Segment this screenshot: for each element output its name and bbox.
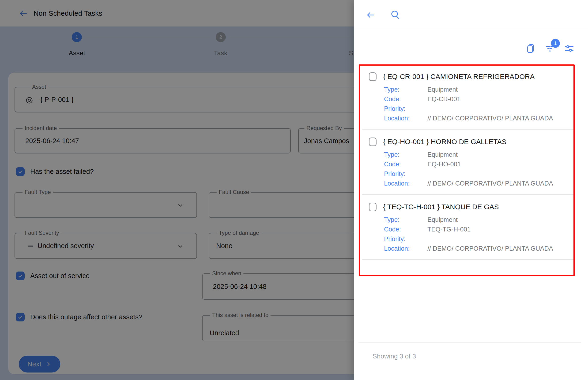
incident-date-value: 2025-06-24 10:47 bbox=[25, 137, 79, 145]
app-header: Non Scheduled Tasks bbox=[0, 0, 354, 26]
fault-type-select[interactable]: Fault Type bbox=[15, 192, 197, 218]
step-connector bbox=[229, 37, 356, 37]
item-code-label: Code: bbox=[384, 161, 427, 168]
incident-date-label: Incident date bbox=[22, 125, 59, 132]
asset-picker-panel: 1 { EQ-CR-001 } CAMIONETA REFRIGERADORA … bbox=[354, 0, 588, 380]
has-failed-checkbox[interactable] bbox=[16, 167, 25, 176]
type-of-damage-field[interactable]: Type of damage None bbox=[209, 233, 364, 259]
chevron-down-icon bbox=[176, 202, 184, 209]
multi-select-icon[interactable] bbox=[526, 43, 536, 54]
fault-severity-label: Fault Severity bbox=[22, 229, 61, 236]
has-failed-label: Has the asset failed? bbox=[30, 168, 94, 175]
requested-by-value: Jonas Campos bbox=[304, 137, 349, 145]
item-title: { TEQ-TG-H-001 } TANQUE DE GAS bbox=[383, 202, 499, 212]
step-1-circle[interactable]: 1 bbox=[72, 32, 82, 42]
item-details: Type:Equipment Code:EQ-CR-001 Priority: … bbox=[384, 85, 574, 123]
fault-severity-select[interactable]: Fault Severity Undefined severity bbox=[15, 233, 197, 259]
asset-field-label: Asset bbox=[30, 84, 48, 90]
item-type-value: Equipment bbox=[427, 216, 458, 224]
out-of-service-checkbox[interactable] bbox=[16, 271, 25, 280]
asset-field[interactable]: Asset { P-P-001 } bbox=[15, 87, 358, 113]
chevron-right-icon bbox=[45, 361, 52, 367]
item-title: { EQ-CR-001 } CAMIONETA REFRIGERADORA bbox=[383, 72, 535, 81]
item-checkbox[interactable] bbox=[369, 137, 377, 146]
search-icon[interactable] bbox=[390, 9, 401, 20]
item-location-label: Location: bbox=[384, 180, 427, 187]
item-priority-label: Priority: bbox=[384, 105, 427, 113]
item-checkbox[interactable] bbox=[369, 203, 377, 211]
item-code-value: TEQ-TG-H-001 bbox=[427, 226, 471, 233]
item-code-value: EQ-CR-001 bbox=[427, 95, 461, 103]
item-details: Type:Equipment Code:TEQ-TG-H-001 Priorit… bbox=[384, 215, 574, 253]
footer-divider bbox=[359, 342, 581, 342]
sliders-icon[interactable] bbox=[564, 43, 575, 54]
asset-list: { EQ-CR-001 } CAMIONETA REFRIGERADORA Ty… bbox=[362, 68, 574, 263]
out-of-service-row: Asset out of service bbox=[16, 271, 90, 280]
requested-by-label: Requested By bbox=[304, 125, 344, 132]
stepper: 1 2 Asset Task S bbox=[0, 26, 354, 73]
item-type-label: Type: bbox=[384, 216, 427, 224]
asset-field-value: { P-P-001 } bbox=[40, 96, 74, 104]
item-type-value: Equipment bbox=[427, 151, 458, 158]
panel-back-icon[interactable] bbox=[365, 10, 375, 20]
step-1-label: Asset bbox=[53, 49, 100, 57]
item-type-label: Type: bbox=[384, 86, 427, 93]
fault-cause-field[interactable]: Fault Cause bbox=[209, 192, 364, 218]
has-failed-row: Has the asset failed? bbox=[16, 167, 94, 176]
step-2-label: Task bbox=[197, 49, 244, 57]
outage-other-checkbox[interactable] bbox=[16, 313, 25, 322]
page-title: Non Scheduled Tasks bbox=[34, 0, 102, 26]
item-title: { EQ-HO-001 } HORNO DE GALLETAS bbox=[383, 137, 507, 147]
fault-severity-value: Undefined severity bbox=[38, 242, 94, 250]
panel-topbar bbox=[354, 0, 588, 29]
outage-other-label: Does this outage affect other assets? bbox=[30, 313, 142, 321]
asset-list-item[interactable]: { TEQ-TG-H-001 } TANQUE DE GAS Type:Equi… bbox=[362, 198, 574, 260]
fault-cause-label: Fault Cause bbox=[217, 189, 251, 195]
item-location-label: Location: bbox=[384, 245, 427, 252]
type-of-damage-label: Type of damage bbox=[217, 229, 261, 236]
main-content: Non Scheduled Tasks 1 2 Asset Task S Ass… bbox=[0, 0, 354, 380]
step-connector bbox=[86, 37, 212, 37]
since-when-field[interactable]: Since when 2025-06-24 10:48 bbox=[202, 273, 364, 300]
related-to-value: Unrelated bbox=[210, 329, 239, 337]
target-icon bbox=[25, 96, 33, 104]
related-to-field[interactable]: This asset is related to Unrelated bbox=[202, 315, 364, 341]
asset-list-item[interactable]: { EQ-CR-001 } CAMIONETA REFRIGERADORA Ty… bbox=[362, 68, 574, 130]
step-2-circle[interactable]: 2 bbox=[216, 32, 226, 42]
item-location-value: // DEMO/ CORPORATIVO/ PLANTA GUADA bbox=[427, 245, 553, 252]
chevron-down-icon bbox=[176, 243, 184, 250]
item-priority-label: Priority: bbox=[384, 170, 427, 178]
screen: Non Scheduled Tasks 1 2 Asset Task S Ass… bbox=[0, 0, 588, 380]
incident-date-field[interactable]: Incident date 2025-06-24 10:47 bbox=[15, 128, 291, 153]
item-code-value: EQ-HO-001 bbox=[427, 161, 461, 168]
next-button[interactable]: Next bbox=[19, 356, 60, 373]
severity-dash-icon bbox=[28, 246, 33, 247]
item-type-label: Type: bbox=[384, 151, 427, 158]
item-priority-label: Priority: bbox=[384, 235, 427, 243]
item-type-value: Equipment bbox=[427, 86, 458, 93]
related-to-label: This asset is related to bbox=[210, 312, 271, 318]
item-location-value: // DEMO/ CORPORATIVO/ PLANTA GUADA bbox=[427, 115, 553, 122]
item-code-label: Code: bbox=[384, 226, 427, 233]
item-location-value: // DEMO/ CORPORATIVO/ PLANTA GUADA bbox=[427, 180, 553, 187]
since-when-value: 2025-06-24 10:48 bbox=[213, 283, 266, 290]
item-code-label: Code: bbox=[384, 95, 427, 103]
asset-list-item[interactable]: { EQ-HO-001 } HORNO DE GALLETAS Type:Equ… bbox=[362, 133, 574, 195]
outage-other-row: Does this outage affect other assets? bbox=[16, 313, 142, 322]
item-details: Type:Equipment Code:EQ-HO-001 Priority: … bbox=[384, 150, 574, 188]
since-when-label: Since when bbox=[210, 270, 243, 277]
item-location-label: Location: bbox=[384, 115, 427, 122]
item-checkbox[interactable] bbox=[369, 72, 377, 81]
showing-count: Showing 3 of 3 bbox=[373, 353, 416, 360]
out-of-service-label: Asset out of service bbox=[30, 272, 90, 280]
type-of-damage-value: None bbox=[216, 242, 232, 250]
fault-type-label: Fault Type bbox=[22, 189, 53, 195]
next-button-label: Next bbox=[27, 360, 41, 368]
form-card: Asset { P-P-001 } Incident date 2025-06-… bbox=[8, 73, 365, 374]
filter-count-badge: 1 bbox=[551, 39, 560, 48]
back-icon[interactable] bbox=[18, 8, 28, 18]
